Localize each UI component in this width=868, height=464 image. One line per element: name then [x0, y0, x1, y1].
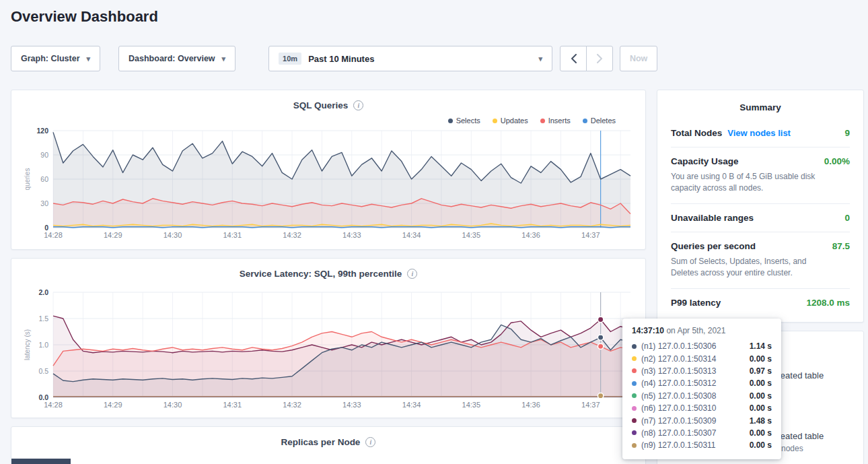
series-color-dot — [632, 381, 637, 386]
svg-text:14:33: 14:33 — [342, 231, 361, 239]
time-prev-button[interactable] — [560, 46, 587, 71]
tooltip-node-value: 0.00 s — [750, 354, 772, 364]
tooltip-node-label: (n2) 127.0.0.1:50314 — [641, 354, 716, 364]
svg-text:14:30: 14:30 — [164, 231, 182, 239]
svg-text:30: 30 — [40, 199, 48, 207]
service-latency-chart[interactable]: 0.00.51.01.52.014:2814:2914:3014:3114:32… — [22, 287, 636, 413]
svg-text:14:36: 14:36 — [521, 231, 540, 239]
summary-row-p99-latency: P99 latency 1208.0 ms — [671, 288, 850, 317]
svg-text:2.0: 2.0 — [38, 288, 48, 296]
summary-row-capacity: Capacity Usage 0.00% You are using 0 B o… — [671, 147, 850, 203]
tooltip-node-label: (n3) 127.0.0.1:50313 — [641, 366, 716, 376]
graph-selector-dropdown[interactable]: Graph: Cluster ▾ — [11, 46, 100, 71]
summary-label: P99 latency — [671, 298, 721, 308]
view-nodes-list-link[interactable]: View nodes list — [727, 128, 791, 138]
time-next-button[interactable] — [586, 46, 613, 71]
tooltip-node-value: 0.00 s — [750, 391, 772, 401]
summary-label: Queries per second — [671, 241, 756, 251]
summary-value: 87.5 — [832, 241, 850, 251]
graph-selector-label: Graph: Cluster — [21, 54, 80, 63]
tooltip-row: (n6) 127.0.0.1:50310 0.00 s — [632, 402, 772, 414]
legend-item-selects[interactable]: Selects — [448, 117, 480, 125]
series-color-dot — [632, 443, 637, 448]
tooltip-node-label: (n9) 127.0.0.1:50311 — [641, 440, 716, 450]
svg-text:1.5: 1.5 — [38, 314, 48, 323]
summary-description: You are using 0 B of 4.5 GiB usable disk… — [671, 171, 832, 195]
info-icon[interactable]: i — [365, 437, 375, 447]
svg-text:0: 0 — [44, 224, 48, 232]
svg-text:14:34: 14:34 — [402, 401, 421, 409]
svg-text:14:33: 14:33 — [342, 401, 361, 409]
summary-title: Summary — [671, 94, 850, 119]
legend-item-inserts[interactable]: Inserts — [540, 117, 571, 125]
time-range-dropdown[interactable]: 10m Past 10 Minutes ▾ — [268, 46, 552, 71]
tooltip-node-value: 0.00 s — [750, 440, 772, 450]
svg-text:14:36: 14:36 — [521, 401, 540, 409]
svg-text:14:31: 14:31 — [223, 401, 242, 409]
charts-column: SQL Queries i Selects Updates Inserts — [11, 90, 646, 464]
legend-item-deletes[interactable]: Deletes — [583, 117, 616, 125]
svg-text:14:32: 14:32 — [283, 401, 301, 409]
series-color-dot — [632, 418, 637, 423]
controls-bar: Graph: Cluster ▾ Dashboard: Overview ▾ 1… — [11, 46, 657, 71]
summary-row-unavailable-ranges: Unavailable ranges 0 — [671, 203, 850, 232]
legend-color-dot — [583, 119, 587, 123]
svg-text:queries: queries — [24, 168, 31, 191]
dashboard-selector-label: Dashboard: Overview — [129, 54, 215, 63]
summary-description: Sum of Selects, Updates, Inserts, and De… — [671, 256, 832, 279]
svg-text:14:35: 14:35 — [462, 231, 481, 239]
chevron-right-icon — [597, 54, 603, 63]
chart-legend: Selects Updates Inserts Deletes — [22, 114, 616, 127]
legend-color-dot — [493, 119, 497, 123]
summary-row-total-nodes: Total Nodes View nodes list 9 — [671, 119, 850, 147]
time-range-badge: 10m — [279, 53, 301, 65]
tooltip-node-value: 0.00 s — [750, 378, 772, 388]
svg-text:1.0: 1.0 — [38, 341, 48, 349]
info-icon[interactable]: i — [407, 269, 417, 279]
svg-text:0.5: 0.5 — [38, 367, 48, 375]
info-icon[interactable]: i — [353, 100, 363, 110]
tooltip-date: on Apr 5th, 2021 — [664, 326, 725, 335]
summary-value: 0 — [844, 213, 850, 223]
tooltip-node-label: (n8) 127.0.0.1:50307 — [641, 428, 716, 438]
tooltip-row: (n2) 127.0.0.1:50314 0.00 s — [632, 352, 772, 364]
legend-label: Deletes — [591, 117, 616, 125]
tooltip-row: (n3) 127.0.0.1:50313 0.97 s — [632, 365, 772, 377]
now-button[interactable]: Now — [620, 46, 657, 71]
legend-label: Selects — [456, 117, 480, 125]
tooltip-node-value: 1.14 s — [750, 341, 772, 351]
series-color-dot — [632, 393, 637, 398]
legend-item-updates[interactable]: Updates — [493, 117, 528, 125]
time-step-buttons — [560, 46, 613, 71]
replicas-per-node-chart-card: Replicas per Node i — [11, 426, 646, 464]
overview-dashboard-page: Overview Dashboard Graph: Cluster ▾ Dash… — [0, 0, 868, 464]
chevron-down-icon: ▾ — [222, 55, 226, 63]
chart-title-row: Service Latency: SQL, 99th percentile i — [22, 267, 635, 280]
legend-label: Inserts — [548, 117, 571, 125]
svg-text:14:28: 14:28 — [44, 401, 63, 409]
sql-queries-chart-card: SQL Queries i Selects Updates Inserts — [11, 90, 646, 250]
summary-label: Unavailable ranges — [671, 213, 754, 223]
tooltip-node-label: (n6) 127.0.0.1:50310 — [641, 403, 716, 413]
summary-value: 9 — [844, 128, 850, 138]
chart-hover-tooltip: 14:37:10 on Apr 5th, 2021 (n1) 127.0.0.1… — [622, 319, 781, 459]
sql-queries-chart[interactable]: 030609012014:2814:2914:3014:3114:3214:33… — [22, 127, 636, 242]
tooltip-node-label: (n4) 127.0.0.1:50312 — [641, 378, 716, 388]
replicas-chart-partial — [11, 459, 71, 464]
tooltip-node-label: (n7) 127.0.0.1:50309 — [641, 416, 716, 426]
svg-text:14:29: 14:29 — [104, 401, 122, 409]
dashboard-selector-dropdown[interactable]: Dashboard: Overview ▾ — [118, 46, 236, 71]
series-color-dot — [632, 368, 637, 373]
series-color-dot — [632, 430, 637, 435]
svg-text:90: 90 — [40, 151, 48, 159]
summary-panel: Summary Total Nodes View nodes list 9 Ca… — [657, 90, 864, 323]
tooltip-row: (n1) 127.0.0.1:50306 1.14 s — [632, 340, 772, 352]
tooltip-node-value: 1.48 s — [750, 416, 772, 426]
svg-text:120: 120 — [36, 127, 48, 135]
tooltip-row: (n9) 127.0.0.1:50311 0.00 s — [632, 439, 772, 451]
summary-row-queries-per-second: Queries per second 87.5 Sum of Selects, … — [671, 232, 850, 288]
time-range-label: Past 10 Minutes — [308, 54, 374, 64]
chart-title-row: SQL Queries i — [22, 98, 635, 112]
tooltip-row: (n4) 127.0.0.1:50312 0.00 s — [632, 377, 772, 389]
series-color-dot — [632, 356, 637, 361]
